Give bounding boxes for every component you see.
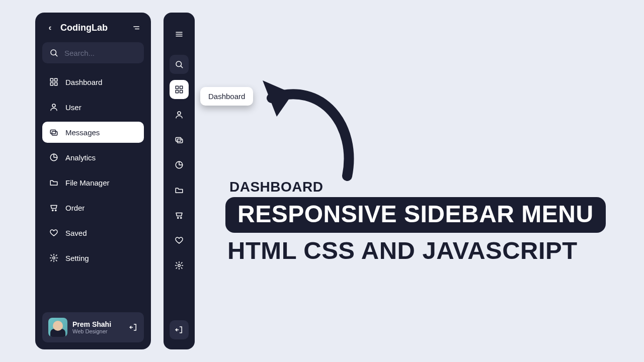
profile-role: Web Designer xyxy=(72,328,111,334)
grid-icon xyxy=(175,85,184,94)
sidebar-item-messages[interactable]: Messages xyxy=(42,122,144,143)
search-input[interactable]: Search... xyxy=(42,42,144,63)
mini-item-order[interactable] xyxy=(170,206,189,225)
sidebar-item-label: Setting xyxy=(65,254,89,262)
svg-point-31 xyxy=(178,264,181,267)
mini-search[interactable] xyxy=(170,55,189,74)
nav-list: Dashboard User Messages Analytics File M… xyxy=(42,69,144,312)
svg-point-25 xyxy=(178,112,181,115)
svg-rect-5 xyxy=(50,78,53,81)
profile-name: Prem Shahi xyxy=(72,320,111,328)
logout-icon[interactable] xyxy=(129,323,138,332)
folder-icon xyxy=(175,186,184,195)
svg-point-29 xyxy=(178,217,179,218)
sidebar-item-analytics[interactable]: Analytics xyxy=(42,147,144,168)
svg-line-4 xyxy=(55,54,57,56)
mini-item-files[interactable] xyxy=(170,180,189,200)
sidebar-item-saved[interactable]: Saved xyxy=(42,222,144,243)
heart-icon xyxy=(175,236,184,245)
mini-item-dashboard[interactable] xyxy=(170,80,189,99)
sidebar-item-label: Dashboard xyxy=(65,78,102,86)
user-icon xyxy=(49,103,58,112)
hamburger-icon xyxy=(175,30,184,39)
sidebar-item-order[interactable]: Order xyxy=(42,197,144,218)
svg-rect-7 xyxy=(50,83,53,85)
sidebar-item-setting[interactable]: Setting xyxy=(42,247,144,268)
svg-point-30 xyxy=(181,217,182,218)
search-icon xyxy=(49,48,58,57)
svg-rect-8 xyxy=(55,83,57,85)
svg-rect-23 xyxy=(176,90,178,93)
svg-point-13 xyxy=(52,210,53,211)
sidebar-expanded: CodingLab Search... Dashboard User Messa… xyxy=(35,13,151,349)
profile-info[interactable]: Prem Shahi Web Designer xyxy=(48,318,111,337)
sidebar-item-label: User xyxy=(65,103,82,112)
sidebar-item-label: Analytics xyxy=(65,153,96,162)
sidebar-item-label: File Manager xyxy=(65,178,110,187)
profile-card: Prem Shahi Web Designer xyxy=(42,312,144,342)
sidebar-collapsed xyxy=(164,13,195,349)
grid-icon xyxy=(49,77,58,86)
hero-title: RESPONSIVE SIDEBAR MENU xyxy=(225,197,606,233)
messages-icon xyxy=(175,135,184,144)
sidebar-item-files[interactable]: File Manager xyxy=(42,172,144,193)
svg-point-15 xyxy=(53,257,55,259)
avatar xyxy=(48,318,67,337)
logout-icon xyxy=(175,325,184,334)
mini-item-user[interactable] xyxy=(170,105,189,124)
hero-kicker: DASHBOARD xyxy=(229,179,324,195)
brand: CodingLab xyxy=(45,23,108,33)
sidebar-item-label: Saved xyxy=(65,229,87,237)
pie-icon xyxy=(49,153,58,162)
mini-item-saved[interactable] xyxy=(170,231,189,250)
menu-collapse-icon[interactable] xyxy=(132,24,141,33)
sidebar-item-label: Order xyxy=(65,204,85,212)
svg-rect-21 xyxy=(176,86,178,88)
cart-icon xyxy=(175,211,184,220)
pointer-arrow xyxy=(257,50,367,181)
brand-name: CodingLab xyxy=(60,23,108,33)
brand-row: CodingLab xyxy=(42,22,144,39)
gear-icon xyxy=(49,253,58,262)
svg-point-9 xyxy=(52,104,55,107)
sidebar-item-user[interactable]: User xyxy=(42,97,144,118)
svg-line-20 xyxy=(181,66,182,67)
user-icon xyxy=(175,110,184,119)
svg-rect-22 xyxy=(180,86,183,88)
folder-icon xyxy=(49,178,58,187)
cart-icon xyxy=(49,203,58,212)
tooltip-dashboard: Dashboard xyxy=(200,87,253,106)
logo-icon xyxy=(45,23,55,33)
svg-rect-6 xyxy=(55,78,57,81)
search-placeholder: Search... xyxy=(64,49,95,57)
gear-icon xyxy=(175,261,184,270)
heart-icon xyxy=(49,228,58,237)
sidebar-item-dashboard[interactable]: Dashboard xyxy=(42,71,144,93)
search-icon xyxy=(175,60,184,69)
svg-rect-24 xyxy=(180,90,183,93)
mini-logout[interactable] xyxy=(170,320,189,339)
sidebar-item-label: Messages xyxy=(65,128,100,137)
mini-item-analytics[interactable] xyxy=(170,155,189,174)
messages-icon xyxy=(49,128,58,137)
hero-subtitle: HTML CSS AND JAVASCRIPT xyxy=(227,236,578,264)
mini-item-setting[interactable] xyxy=(170,256,189,275)
svg-point-14 xyxy=(55,210,56,211)
mini-menu-toggle[interactable] xyxy=(170,25,189,44)
mini-item-messages[interactable] xyxy=(170,130,189,149)
pie-icon xyxy=(175,160,184,169)
